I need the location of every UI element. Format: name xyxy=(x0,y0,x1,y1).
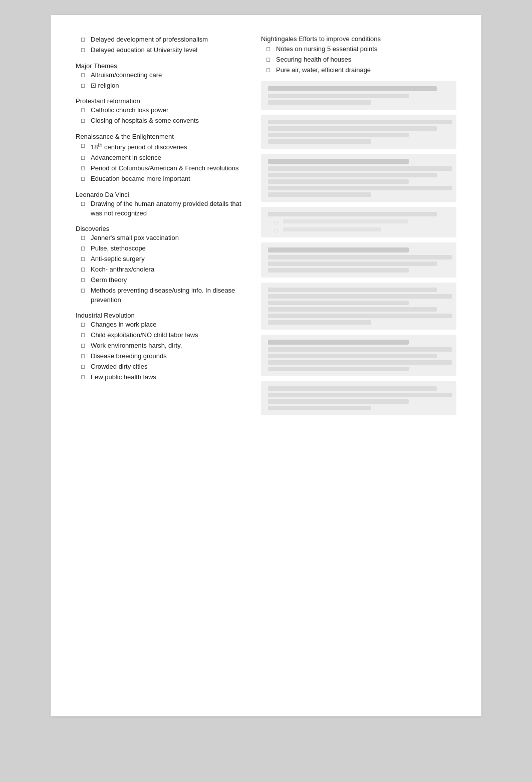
blurred-section-inner xyxy=(261,381,456,415)
bullet-icon: ◻ xyxy=(81,255,89,263)
page: ◻ Delayed development of professionalism… xyxy=(51,15,481,716)
industrial-heading: Industrial Revolution xyxy=(76,312,246,319)
blurred-section-8 xyxy=(261,381,456,415)
blurred-section-3 xyxy=(261,154,456,202)
list-item: ◻ Changes in work place xyxy=(81,320,246,330)
list-item: ◻ Anti-septic surgery xyxy=(81,254,246,264)
list-item: ◻ Pulse, stethoscope xyxy=(81,244,246,253)
list-item: ◻ Securing health of houses xyxy=(266,55,456,65)
blurred-section-inner xyxy=(261,115,456,149)
list-item-text: Koch- anthrax/cholera xyxy=(91,265,154,275)
list-item: ◻ Crowded dirty cities xyxy=(81,362,246,372)
list-item: ◻ Koch- anthrax/cholera xyxy=(81,265,246,275)
list-item-text: Germ theory xyxy=(91,276,127,285)
nested-blurred-list: ◻ ◻ xyxy=(265,218,452,233)
list-item-text: 18th century period of discoveries xyxy=(91,141,187,152)
bullet-icon: ◻ xyxy=(81,321,89,329)
bullet-icon: ◻ xyxy=(81,363,89,371)
bullet-icon: ◻ xyxy=(266,45,274,53)
list-item: ◻ 18th century period of discoveries xyxy=(81,141,246,152)
list-item-text: Closing of hospitals & some convents xyxy=(91,116,199,126)
bullet-icon: ◻ xyxy=(81,373,89,381)
bullet-icon: ◻ xyxy=(81,106,89,114)
list-item: ◻ Altruism/connecting care xyxy=(81,71,246,80)
list-item-text: Anti-septic surgery xyxy=(91,254,145,264)
list-item: ◻ Notes on nursing 5 essential points xyxy=(266,45,456,54)
list-item: ◻ Advancement in science xyxy=(81,153,246,163)
renaissance-list: ◻ 18th century period of discoveries ◻ A… xyxy=(76,141,246,184)
blurred-section-inner xyxy=(261,283,456,330)
list-item: ◻ Germ theory xyxy=(81,276,246,285)
blurred-section-inner xyxy=(261,335,456,376)
left-column: ◻ Delayed development of professionalism… xyxy=(76,35,246,696)
list-item: ◻ Catholic church loss power xyxy=(81,106,246,115)
list-item: ◻ Few public health laws xyxy=(81,373,246,382)
bullet-icon: ◻ xyxy=(81,117,89,125)
list-item-text: Delayed education at University level xyxy=(91,46,197,55)
bullet-icon: ◻ xyxy=(81,352,89,360)
discoveries-heading: Discoveries xyxy=(76,225,246,232)
bullet-icon: ◻ xyxy=(266,56,274,64)
delayed-list: ◻ Delayed development of professionalism… xyxy=(76,35,246,55)
blurred-section-1 xyxy=(261,81,456,110)
list-item: ◻ Closing of hospitals & some convents xyxy=(81,116,246,126)
major-themes-list: ◻ Altruism/connecting care ◻ ⊡ religion xyxy=(76,71,246,91)
bullet-icon: ◻ xyxy=(81,46,89,54)
blurred-section-inner: ◻ ◻ xyxy=(261,207,456,237)
blurred-section-inner xyxy=(261,154,456,202)
blurred-section-inner xyxy=(261,242,456,278)
list-item: ◻ Period of Columbus/American & French r… xyxy=(81,164,246,173)
bullet-icon: ◻ xyxy=(81,142,89,150)
list-item: ◻ Pure air, water, efficient drainage xyxy=(266,66,456,75)
bullet-icon: ◻ xyxy=(81,287,89,295)
list-item: ◻ Drawing of the human anatomy provided … xyxy=(81,199,246,218)
list-item-text: Delayed development of professionalism xyxy=(91,35,208,45)
bullet-icon: ◻ xyxy=(81,234,89,242)
davinci-list: ◻ Drawing of the human anatomy provided … xyxy=(76,199,246,218)
list-item-text: Work environments harsh, dirty, xyxy=(91,341,182,351)
list-item: ◻ Work environments harsh, dirty, xyxy=(81,341,246,351)
list-item-text: Crowded dirty cities xyxy=(91,362,147,372)
list-item-text: Methods preventing disease/using info. I… xyxy=(91,286,246,305)
nested-list-item: ◻ xyxy=(274,218,452,225)
list-item-text: Pulse, stethoscope xyxy=(91,244,146,253)
list-item: ◻ ⊡ religion xyxy=(81,81,246,91)
bullet-icon: ◻ xyxy=(81,276,89,284)
bullet-icon: ◻ xyxy=(81,175,89,183)
blurred-section-6 xyxy=(261,283,456,330)
list-item-text: Few public health laws xyxy=(91,373,156,382)
bullet-icon: ◻ xyxy=(81,331,89,339)
blurred-section-2 xyxy=(261,115,456,149)
bullet-icon: ◻ xyxy=(81,164,89,172)
list-item-text: Pure air, water, efficient drainage xyxy=(276,66,371,75)
list-item: ◻ Disease breeding grounds xyxy=(81,352,246,361)
nightingale-heading: Nightingales Efforts to improve conditio… xyxy=(261,35,456,43)
bullet-icon: ◻ xyxy=(81,71,89,79)
blurred-section-4: ◻ ◻ xyxy=(261,207,456,237)
bullet-icon: ◻ xyxy=(81,342,89,350)
list-item: ◻ Delayed development of professionalism xyxy=(81,35,246,45)
blurred-section-7 xyxy=(261,335,456,376)
bullet-icon: ◻ xyxy=(266,66,274,74)
blurred-section-inner xyxy=(261,81,456,110)
list-item-text: Drawing of the human anatomy provided de… xyxy=(91,199,246,218)
blurred-section-5 xyxy=(261,242,456,278)
list-item: ◻ Methods preventing disease/using info.… xyxy=(81,286,246,305)
list-item-text: Disease breeding grounds xyxy=(91,352,167,361)
list-item: ◻ Jenner's small pox vaccination xyxy=(81,233,246,243)
list-item-text: Altruism/connecting care xyxy=(91,71,162,80)
list-item-text: Jenner's small pox vaccination xyxy=(91,233,179,243)
bullet-icon: ◻ xyxy=(81,244,89,252)
list-item: ◻ Child exploitation/NO child labor laws xyxy=(81,331,246,340)
list-item-text: Advancement in science xyxy=(91,153,161,163)
discoveries-list: ◻ Jenner's small pox vaccination ◻ Pulse… xyxy=(76,233,246,305)
right-column: Nightingales Efforts to improve conditio… xyxy=(261,35,456,696)
renaissance-heading: Renaissance & the Enlightenment xyxy=(76,133,246,140)
list-item-text: Changes in work place xyxy=(91,320,157,330)
list-item: ◻ Education became more important xyxy=(81,174,246,184)
bullet-icon: ◻ xyxy=(274,227,281,233)
major-themes-heading: Major Themes xyxy=(76,62,246,70)
list-item-text: Education became more important xyxy=(91,174,190,184)
list-item-text: Catholic church loss power xyxy=(91,106,168,115)
list-item-text: Child exploitation/NO child labor laws xyxy=(91,331,198,340)
